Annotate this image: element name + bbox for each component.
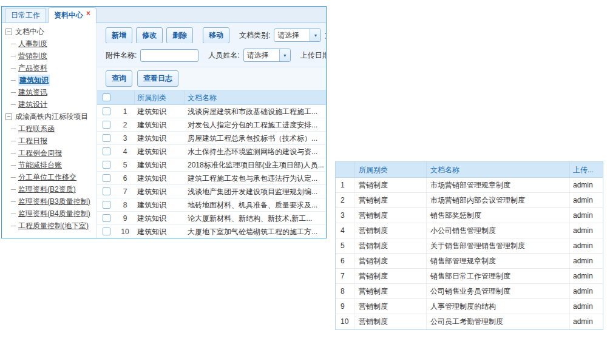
doc-category-select[interactable]: 请选择 ▼ (274, 29, 321, 42)
upload-date-label: 上传日期 (300, 50, 326, 61)
select-all-cell (97, 90, 115, 104)
tree-item[interactable]: − 工程联系函 (2, 123, 97, 135)
chevron-down-icon[interactable]: ▼ (310, 29, 320, 41)
tree-branch-icon (11, 153, 16, 153)
checkbox-cell (97, 198, 115, 211)
row-checkbox[interactable] (103, 134, 110, 142)
tree-item[interactable]: − 工程质量控制(地下室) (2, 220, 97, 232)
tree-item[interactable]: − 节能减排台账 (2, 159, 97, 171)
table-row[interactable]: 4 营销制度 小公司销售管理制度 admin (336, 223, 603, 238)
row-uploader: admin (570, 193, 603, 207)
collapse-icon[interactable]: − (5, 113, 12, 120)
table-row[interactable]: 6 建筑知识 建筑工程施工发包与承包违法行为认定... (97, 172, 326, 185)
row-checkbox[interactable] (103, 187, 110, 195)
view-log-button[interactable]: 查看日志 (137, 70, 178, 87)
row-doc-name: 2018标准化监理项目部(业主项目部)人员... (185, 158, 326, 171)
tree-item[interactable]: − 工程日报 (2, 135, 97, 147)
table-row[interactable]: 8 建筑知识 地砖地面材料、机具准备、质量要求及... (97, 198, 326, 212)
table-row[interactable]: 3 营销制度 销售部奖惩制度 admin (336, 208, 603, 223)
tree-item[interactable]: − 营销制度 (2, 50, 97, 62)
select-all-checkbox[interactable] (103, 93, 110, 101)
row-uploader: admin (570, 254, 603, 268)
row-doc-name: 关于销售部管理销售管理制度 (427, 238, 570, 253)
tree-item[interactable]: − 分工单位工作移交 (2, 171, 97, 183)
row-doc-name: 销售部奖惩制度 (427, 208, 570, 223)
tab-label: 资料中心 (54, 10, 83, 21)
tree-branch-icon (11, 56, 16, 56)
row-checkbox[interactable] (103, 214, 110, 222)
tree-item-label: 建筑知识 (18, 75, 50, 86)
tree-item[interactable]: − 建筑设计 (2, 98, 97, 110)
edit-button[interactable]: 修改 (136, 27, 163, 43)
add-button[interactable]: 新增 (106, 27, 132, 43)
tree-item-label: 监理资料(B4质量控制) (18, 209, 90, 219)
table-row[interactable]: 10 建筑知识 大厦地下室加气砼墙砌筑工程的施工方... (97, 225, 326, 238)
tree-branch-icon (11, 68, 16, 69)
tree-branch-icon (11, 92, 16, 93)
row-number: 7 (336, 269, 355, 283)
table-row[interactable]: 2 建筑知识 对发包人指定分包的工程施工进度安排... (97, 118, 326, 132)
row-doc-name: 人事管理制度的结构 (427, 299, 570, 314)
table-row[interactable]: 5 建筑知识 2018标准化监理项目部(业主项目部)人员... (97, 158, 326, 172)
row-doc-name: 小公司销售管理制度 (427, 223, 570, 238)
tree-item[interactable]: − 监理资料(B2资质) (2, 183, 97, 195)
tree-item[interactable]: − 建筑知识 (2, 74, 97, 86)
row-checkbox[interactable] (103, 174, 110, 182)
query-button[interactable]: 查询 (106, 70, 132, 87)
collapse-icon[interactable]: − (5, 29, 12, 35)
row-checkbox[interactable] (103, 107, 110, 115)
row-checkbox[interactable] (103, 147, 110, 155)
row-checkbox[interactable] (103, 228, 110, 235)
table-row[interactable]: 2 营销制度 市场营销部内部会议管理制度 admin (336, 193, 603, 208)
tree-item[interactable]: − 产品资料 (2, 62, 97, 74)
tab-daily-work[interactable]: 日常工作 (5, 8, 46, 22)
checkbox-cell (97, 212, 115, 224)
move-button[interactable]: 移动 (203, 27, 229, 43)
table-row[interactable]: 4 建筑知识 水土保持生态环境监测网络的建设与资... (97, 145, 326, 158)
person-name-select[interactable]: 请选择 ▼ (243, 49, 291, 62)
row-checkbox[interactable] (103, 201, 110, 209)
table-row[interactable]: 9 营销制度 人事管理制度的结构 admin (336, 299, 603, 314)
tree-branch-icon (11, 44, 16, 44)
row-category: 营销制度 (355, 193, 427, 207)
chevron-down-icon[interactable]: ▼ (279, 49, 290, 61)
row-checkbox[interactable] (103, 161, 110, 169)
row-doc-name: 市场营销部内部会议管理制度 (427, 193, 570, 207)
table-row[interactable]: 5 营销制度 关于销售部管理销售管理制度 admin (336, 238, 603, 254)
tab-data-center[interactable]: 资料中心 × (48, 7, 97, 23)
row-number: 5 (336, 238, 355, 253)
table-row[interactable]: 3 建筑知识 房屋建筑工程总承包投标书（技术标）... (97, 132, 326, 145)
table-body: 1 建筑知识 浅谈房屋建筑和市政基础设施工程施工... 2 建筑知识 (97, 105, 326, 238)
row-uploader: admin (570, 178, 603, 192)
table-header: 所属别类 文档名称 (97, 90, 326, 105)
tree-item-label: 人事制度 (18, 39, 47, 49)
tree-item[interactable]: − 建筑资讯 (2, 86, 97, 98)
attachment-name-input[interactable] (140, 49, 198, 62)
tree-item[interactable]: − 成渝高铁内江标段项目 (2, 110, 97, 123)
close-icon[interactable]: × (86, 10, 90, 17)
row-uploader: admin (570, 299, 603, 314)
tree-branch-icon (11, 201, 16, 202)
delete-button[interactable]: 删除 (166, 27, 193, 43)
table-row[interactable]: 1 建筑知识 浅谈房屋建筑和市政基础设施工程施工... (97, 105, 326, 118)
table-row[interactable]: 7 建筑知识 浅谈地产集团开发建设项目监理规划编... (97, 185, 326, 198)
tree-item-label: 产品资料 (18, 63, 47, 73)
row-checkbox[interactable] (103, 121, 110, 129)
tree-item[interactable]: − 监理资料(B4质量控制) (2, 207, 97, 220)
table-row[interactable]: 1 营销制度 市场营销部管理规章制度 admin (336, 178, 603, 193)
tree-item[interactable]: − 监理资料(B3质量控制) (2, 195, 97, 207)
table-row[interactable]: 9 建筑知识 论大厦新材料、新结构、新技术,新工... (97, 212, 326, 225)
tree-item[interactable]: − 文档中心 (2, 25, 97, 38)
row-category: 营销制度 (355, 208, 427, 223)
document-center-window: 日常工作 资料中心 × − 文档中心 − (1, 6, 327, 238)
tree-item[interactable]: − 人事制度 (2, 38, 97, 50)
checkbox-cell (97, 172, 115, 184)
tree-item[interactable]: − 工程例会周报 (2, 147, 97, 159)
row-category: 营销制度 (355, 223, 427, 238)
table-row[interactable]: 6 营销制度 销售部管理规章制度 admin (336, 254, 603, 269)
table-row[interactable]: 7 营销制度 销售部日常工作管理制度 admin (336, 269, 603, 284)
table-row[interactable]: 8 营销制度 公司销售业务员管理制度 admin (336, 284, 603, 299)
tree-branch-icon (11, 214, 16, 214)
table-row[interactable]: 10 营销制度 公司员工考勤管理制度 admin (336, 314, 603, 329)
row-number: 8 (336, 284, 355, 298)
